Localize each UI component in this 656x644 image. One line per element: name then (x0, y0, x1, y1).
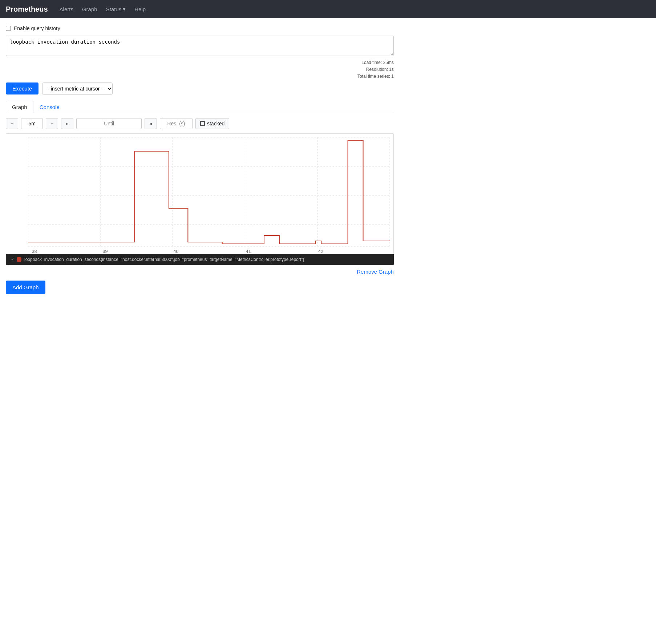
stacked-label: stacked (207, 121, 224, 126)
svg-text:41: 41 (246, 249, 251, 254)
duration-input[interactable] (21, 118, 43, 129)
legend-color-swatch (17, 257, 21, 262)
tab-console[interactable]: Console (33, 101, 66, 113)
graph-svg: 38 39 40 41 42 (28, 137, 390, 254)
svg-text:40: 40 (173, 249, 178, 254)
until-input[interactable] (76, 118, 142, 129)
add-graph-button[interactable]: Add Graph (6, 281, 45, 294)
legend-check-icon: ✓ (11, 257, 14, 262)
tabs: Graph Console (6, 101, 394, 113)
query-input[interactable]: loopback_invocation_duration_seconds (6, 36, 394, 56)
add-graph-row: Add Graph (6, 281, 394, 294)
duration-plus-button[interactable]: + (46, 118, 58, 129)
insert-metric-select[interactable]: - insert metric at cursor - (42, 82, 113, 95)
resolution: Resolution: 1s (6, 66, 394, 73)
query-history-checkbox[interactable] (6, 26, 11, 31)
time-forward-button[interactable]: » (145, 118, 157, 129)
navbar: Prometheus Alerts Graph Status ▾ Help (0, 0, 656, 18)
svg-text:42: 42 (318, 249, 323, 254)
stacked-checkbox-icon (200, 121, 205, 126)
query-history-label: Enable query history (14, 25, 60, 31)
resolution-input[interactable] (160, 118, 193, 129)
tab-graph[interactable]: Graph (6, 101, 33, 113)
svg-text:38: 38 (32, 249, 37, 254)
graph-container: 0.004 0.003 0.002 1m (6, 133, 394, 265)
nav-status-dropdown[interactable]: Status ▾ (106, 6, 126, 12)
main-content: Enable query history loopback_invocation… (0, 18, 400, 301)
remove-graph-link[interactable]: Remove Graph (357, 269, 394, 275)
time-back-button[interactable]: « (61, 118, 73, 129)
legend-metric-label: loopback_invocation_duration_seconds{ins… (24, 257, 304, 262)
nav-help[interactable]: Help (134, 6, 146, 12)
execute-button[interactable]: Execute (6, 82, 39, 94)
nav-graph[interactable]: Graph (82, 6, 97, 12)
legend-bar: ✓ loopback_invocation_duration_seconds{i… (6, 254, 394, 265)
navbar-brand[interactable]: Prometheus (6, 5, 48, 13)
chevron-down-icon: ▾ (123, 6, 126, 12)
duration-minus-button[interactable]: − (6, 118, 18, 129)
query-history-row: Enable query history (6, 25, 394, 31)
load-time: Load time: 25ms (6, 59, 394, 66)
graph-area: 38 39 40 41 42 (6, 133, 394, 254)
nav-status-label: Status (106, 6, 122, 12)
load-info: Load time: 25ms Resolution: 1s Total tim… (6, 59, 394, 80)
remove-graph-row: Remove Graph (6, 269, 394, 275)
graph-controls: − + « » stacked (6, 118, 394, 129)
total-series: Total time series: 1 (6, 73, 394, 80)
svg-text:39: 39 (102, 249, 108, 254)
stacked-button[interactable]: stacked (195, 118, 229, 129)
nav-alerts[interactable]: Alerts (60, 6, 73, 12)
execute-row: Execute - insert metric at cursor - (6, 82, 394, 95)
